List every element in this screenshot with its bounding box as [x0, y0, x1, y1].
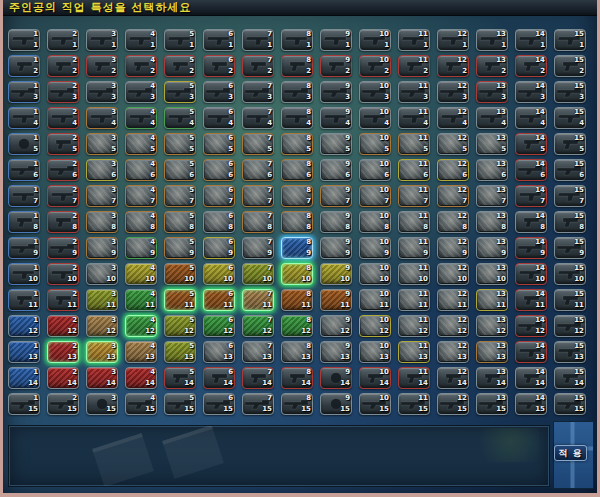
item-slot-c12-r5[interactable]: 125	[437, 133, 469, 155]
item-slot-c10-r13[interactable]: 1013	[359, 341, 391, 363]
item-slot-c3-r9[interactable]: 39	[86, 237, 118, 259]
item-slot-c13-r5[interactable]: 135	[476, 133, 508, 155]
item-slot-c2-r15[interactable]: 215	[47, 393, 79, 415]
item-slot-c15-r8[interactable]: 158	[554, 211, 586, 233]
item-slot-c5-r6[interactable]: 56	[164, 159, 196, 181]
item-slot-c3-r4[interactable]: 34	[86, 107, 118, 129]
item-slot-c5-r1[interactable]: 51	[164, 29, 196, 51]
item-slot-c1-r1[interactable]: 11	[8, 29, 40, 51]
item-slot-c5-r15[interactable]: 515	[164, 393, 196, 415]
item-slot-c1-r4[interactable]: 14	[8, 107, 40, 129]
item-slot-c9-r9[interactable]: 99	[320, 237, 352, 259]
item-slot-c1-r11[interactable]: 111	[8, 289, 40, 311]
item-slot-c4-r6[interactable]: 46	[125, 159, 157, 181]
item-slot-c13-r4[interactable]: 134	[476, 107, 508, 129]
item-slot-c2-r3[interactable]: 23	[47, 81, 79, 103]
item-slot-c1-r2[interactable]: 12	[8, 55, 40, 77]
item-slot-c1-r13[interactable]: 113	[8, 341, 40, 363]
item-slot-c2-r6[interactable]: 26	[47, 159, 79, 181]
item-slot-c11-r3[interactable]: 113	[398, 81, 430, 103]
item-slot-c6-r4[interactable]: 64	[203, 107, 235, 129]
item-slot-c13-r1[interactable]: 131	[476, 29, 508, 51]
item-slot-c6-r14[interactable]: 614	[203, 367, 235, 389]
item-slot-c9-r5[interactable]: 95	[320, 133, 352, 155]
item-slot-c2-r2[interactable]: 22	[47, 55, 79, 77]
item-slot-c4-r10[interactable]: 410	[125, 263, 157, 285]
item-slot-c15-r9[interactable]: 159	[554, 237, 586, 259]
item-slot-c6-r8[interactable]: 68	[203, 211, 235, 233]
item-slot-c3-r1[interactable]: 31	[86, 29, 118, 51]
item-slot-c12-r9[interactable]: 129	[437, 237, 469, 259]
item-slot-c6-r10[interactable]: 610	[203, 263, 235, 285]
item-slot-c5-r8[interactable]: 58	[164, 211, 196, 233]
item-slot-c13-r10[interactable]: 1310	[476, 263, 508, 285]
item-slot-c1-r12[interactable]: 112	[8, 315, 40, 337]
item-slot-c13-r9[interactable]: 139	[476, 237, 508, 259]
item-slot-c4-r13[interactable]: 413	[125, 341, 157, 363]
item-slot-c5-r2[interactable]: 52	[164, 55, 196, 77]
item-slot-c5-r11[interactable]: 511	[164, 289, 196, 311]
item-slot-c13-r7[interactable]: 137	[476, 185, 508, 207]
item-slot-c11-r14[interactable]: 1114	[398, 367, 430, 389]
item-slot-c6-r6[interactable]: 66	[203, 159, 235, 181]
item-slot-c10-r7[interactable]: 107	[359, 185, 391, 207]
item-slot-c10-r3[interactable]: 103	[359, 81, 391, 103]
item-slot-c12-r8[interactable]: 128	[437, 211, 469, 233]
item-slot-c11-r4[interactable]: 114	[398, 107, 430, 129]
item-slot-c8-r15[interactable]: 815	[281, 393, 313, 415]
item-slot-c11-r11[interactable]: 1111	[398, 289, 430, 311]
item-slot-c13-r15[interactable]: 1315	[476, 393, 508, 415]
item-slot-c6-r2[interactable]: 62	[203, 55, 235, 77]
item-slot-c7-r7[interactable]: 77	[242, 185, 274, 207]
item-slot-c3-r11[interactable]: 311	[86, 289, 118, 311]
item-slot-c4-r15[interactable]: 415	[125, 393, 157, 415]
item-slot-c2-r11[interactable]: 211	[47, 289, 79, 311]
item-slot-c7-r12[interactable]: 712	[242, 315, 274, 337]
item-slot-c13-r13[interactable]: 1313	[476, 341, 508, 363]
item-slot-c3-r15[interactable]: 315	[86, 393, 118, 415]
item-slot-c13-r14[interactable]: 1314	[476, 367, 508, 389]
item-slot-c15-r2[interactable]: 152	[554, 55, 586, 77]
item-slot-c12-r13[interactable]: 1213	[437, 341, 469, 363]
item-slot-c12-r12[interactable]: 1212	[437, 315, 469, 337]
item-slot-c1-r10[interactable]: 110	[8, 263, 40, 285]
item-slot-c3-r6[interactable]: 36	[86, 159, 118, 181]
item-slot-c3-r12[interactable]: 312	[86, 315, 118, 337]
item-slot-c10-r9[interactable]: 109	[359, 237, 391, 259]
item-slot-c14-r7[interactable]: 147	[515, 185, 547, 207]
item-slot-c1-r9[interactable]: 19	[8, 237, 40, 259]
item-slot-c10-r2[interactable]: 102	[359, 55, 391, 77]
item-slot-c8-r6[interactable]: 86	[281, 159, 313, 181]
item-slot-c9-r7[interactable]: 97	[320, 185, 352, 207]
item-slot-c14-r9[interactable]: 149	[515, 237, 547, 259]
item-slot-c8-r4[interactable]: 84	[281, 107, 313, 129]
item-slot-c11-r2[interactable]: 112	[398, 55, 430, 77]
item-slot-c3-r7[interactable]: 37	[86, 185, 118, 207]
item-slot-c14-r1[interactable]: 141	[515, 29, 547, 51]
item-slot-c2-r4[interactable]: 24	[47, 107, 79, 129]
item-slot-c6-r11[interactable]: 611	[203, 289, 235, 311]
item-slot-c8-r14[interactable]: 814	[281, 367, 313, 389]
item-slot-c12-r1[interactable]: 121	[437, 29, 469, 51]
item-slot-c10-r11[interactable]: 1011	[359, 289, 391, 311]
item-slot-c12-r14[interactable]: 1214	[437, 367, 469, 389]
item-slot-c13-r12[interactable]: 1312	[476, 315, 508, 337]
item-slot-c15-r7[interactable]: 157	[554, 185, 586, 207]
item-slot-c6-r1[interactable]: 61	[203, 29, 235, 51]
item-slot-c4-r1[interactable]: 41	[125, 29, 157, 51]
item-slot-c3-r8[interactable]: 38	[86, 211, 118, 233]
item-slot-c6-r9[interactable]: 69	[203, 237, 235, 259]
item-slot-c8-r8[interactable]: 88	[281, 211, 313, 233]
item-slot-c7-r4[interactable]: 74	[242, 107, 274, 129]
item-slot-c15-r14[interactable]: 1514	[554, 367, 586, 389]
item-slot-c14-r5[interactable]: 145	[515, 133, 547, 155]
item-slot-c5-r4[interactable]: 54	[164, 107, 196, 129]
item-slot-c11-r6[interactable]: 116	[398, 159, 430, 181]
item-slot-c2-r13[interactable]: 213	[47, 341, 79, 363]
item-slot-c8-r3[interactable]: 83	[281, 81, 313, 103]
item-slot-c5-r14[interactable]: 514	[164, 367, 196, 389]
item-slot-c9-r13[interactable]: 913	[320, 341, 352, 363]
item-slot-c11-r15[interactable]: 1115	[398, 393, 430, 415]
item-slot-c5-r10[interactable]: 510	[164, 263, 196, 285]
item-slot-c14-r10[interactable]: 1410	[515, 263, 547, 285]
